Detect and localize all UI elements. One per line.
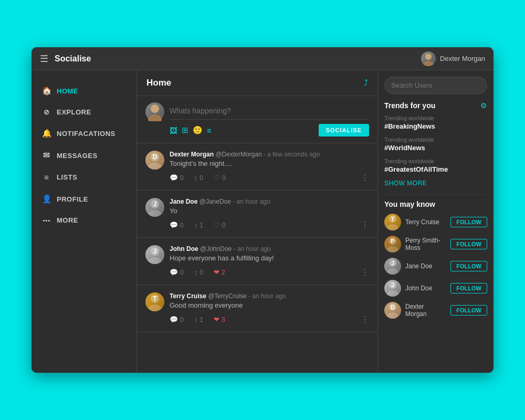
you-may-know-title: You may know — [384, 200, 435, 208]
like-action[interactable]: ❤ 3 — [214, 316, 225, 323]
post-item: J John Doe @JohnDoe - an hour ago Hope e… — [137, 238, 377, 285]
post-time: - a few seconds ago — [264, 151, 320, 158]
sidebar-label-more: MORE — [57, 216, 78, 224]
svg-point-20 — [387, 246, 398, 253]
like-action[interactable]: ♡ 0 — [214, 221, 226, 229]
trends-settings-icon[interactable]: ⚙ — [480, 101, 487, 110]
trend-tag: #WorldNews — [384, 144, 487, 152]
sidebar-item-explore[interactable]: ⊘ EXPLORE — [32, 103, 136, 121]
post-content: Terry Cruise @TerryCruise - an hour ago … — [170, 292, 369, 324]
search-users-input[interactable] — [384, 77, 487, 94]
know-name: Perry Smith-Moss — [405, 237, 446, 251]
follow-button[interactable]: FOLLOW — [450, 261, 487, 271]
sidebar-item-profile[interactable]: 👤 PROFILE — [32, 189, 136, 209]
comment-icon: 💬 — [170, 316, 178, 323]
follow-button[interactable]: FOLLOW — [450, 283, 487, 293]
post-more-button[interactable]: ⋮ — [361, 267, 369, 277]
compose-input[interactable] — [170, 102, 369, 120]
comment-action[interactable]: 💬 0 — [170, 221, 184, 229]
follow-button[interactable]: FOLLOW — [450, 239, 487, 249]
lists-icon: ≡ — [42, 173, 51, 182]
know-name: Dexter Morgan — [405, 303, 446, 318]
image-icon[interactable]: 🖼 — [170, 126, 177, 135]
like-count: 0 — [222, 174, 226, 182]
svg-point-26 — [387, 290, 398, 297]
post-text: Yo — [170, 207, 369, 215]
know-name: Terry Cruise — [405, 218, 446, 226]
emoji-icon[interactable]: 🙂 — [193, 125, 203, 135]
trends-header: Trends for you ⚙ — [384, 101, 487, 110]
post-name: Terry Cruise — [170, 292, 206, 300]
retweet-action[interactable]: ↕ 0 — [194, 174, 203, 182]
svg-text:T: T — [391, 216, 395, 222]
post-actions: 💬 0 ↕ 0 ♡ 0 ⋮ — [170, 173, 369, 183]
profile-icon: 👤 — [42, 194, 51, 204]
trend-item[interactable]: Trending worldwide #WorldNews — [384, 136, 487, 152]
sidebar-label-explore: EXPLORE — [57, 108, 91, 116]
like-action[interactable]: ♡ 0 — [214, 174, 226, 182]
compose-box: 🖼 ⊞ 🙂 ≡ SOCIALISE — [137, 96, 377, 143]
follow-button[interactable]: FOLLOW — [450, 217, 487, 227]
sidebar-item-lists[interactable]: ≡ LISTS — [32, 167, 136, 187]
like-count: 0 — [222, 222, 226, 229]
section-divider — [384, 194, 487, 195]
svg-point-2 — [151, 104, 159, 113]
svg-point-23 — [387, 268, 398, 275]
posts-container: D Dexter Morgan @DexterMorgan - a few se… — [137, 143, 377, 332]
comment-action[interactable]: 💬 0 — [170, 316, 184, 323]
post-avatar: D — [145, 151, 164, 170]
know-avatar: D — [384, 302, 401, 319]
main-layout: 🏠 HOME ⊘ EXPLORE 🔔 NOTIFACATIONS ✉ MESSA… — [32, 70, 494, 373]
more-icon: ••• — [42, 217, 51, 224]
sidebar-item-home[interactable]: 🏠 HOME — [32, 81, 136, 101]
post-handle: @JaneDoe — [200, 198, 231, 205]
comment-action[interactable]: 💬 0 — [170, 268, 184, 276]
show-more-button[interactable]: SHOW MORE — [384, 180, 487, 187]
sidebar-item-more[interactable]: ••• MORE — [32, 211, 136, 229]
retweet-icon: ↕ — [194, 316, 198, 323]
sidebar-item-messages[interactable]: ✉ MESSAGES — [32, 145, 136, 165]
post-meta: Terry Cruise @TerryCruise - an hour ago — [170, 292, 369, 300]
post-more-button[interactable]: ⋮ — [361, 314, 369, 324]
post-more-button[interactable]: ⋮ — [361, 173, 369, 183]
trend-item[interactable]: Trending worldwide #BreakingNews — [384, 115, 487, 130]
socialise-button[interactable]: SOCIALISE — [319, 124, 369, 136]
svg-text:J: J — [153, 248, 157, 255]
post-meta: Dexter Morgan @DexterMorgan - a few seco… — [170, 151, 369, 158]
sidebar-label-home: HOME — [57, 87, 78, 95]
retweet-action[interactable]: ↕ 1 — [194, 316, 203, 323]
like-icon: ❤ — [214, 268, 219, 276]
post-handle: @DexterMorgan — [215, 151, 261, 158]
svg-point-14 — [148, 304, 162, 311]
you-may-know-section: You may know T Terry Cruise FOLLOW P Per… — [384, 200, 487, 319]
trends-section: Trends for you ⚙ Trending worldwide #Bre… — [384, 101, 487, 187]
follow-button[interactable]: FOLLOW — [450, 305, 487, 316]
comment-icon: 💬 — [170, 268, 178, 276]
sidebar-item-notifications[interactable]: 🔔 NOTIFACATIONS — [32, 123, 136, 143]
like-icon: ♡ — [214, 174, 220, 182]
post-meta: John Doe @JohnDoe - an hour ago — [170, 245, 369, 253]
compose-avatar — [145, 102, 164, 121]
svg-text:J: J — [391, 260, 394, 266]
like-action[interactable]: ❤ 2 — [214, 268, 225, 276]
app-window: ☰ Socialise Dexter Morgan 🏠 HOME ⊘ EX — [32, 47, 494, 373]
like-icon: ♡ — [214, 221, 220, 229]
trend-tag: #BreakingNews — [384, 122, 487, 130]
post-time: - an hour ago — [234, 245, 271, 253]
comment-action[interactable]: 💬 0 — [170, 174, 184, 182]
post-actions: 💬 0 ↕ 1 ♡ 0 ⋮ — [170, 220, 369, 230]
gif-icon[interactable]: ⊞ — [182, 125, 188, 135]
menu-icon[interactable]: ☰ — [40, 53, 48, 65]
retweet-action[interactable]: ↕ 1 — [194, 221, 203, 229]
compose-actions: 🖼 ⊞ 🙂 ≡ SOCIALISE — [170, 124, 369, 136]
retweet-action[interactable]: ↕ 0 — [194, 268, 203, 276]
trend-item[interactable]: Trending worldwide #GreatestOfAllTime — [384, 158, 487, 173]
list-compose-icon[interactable]: ≡ — [207, 126, 212, 135]
like-icon: ❤ — [214, 316, 219, 323]
post-name: Jane Doe — [170, 198, 197, 205]
svg-text:J: J — [391, 282, 394, 288]
topbar-user[interactable]: Dexter Morgan — [421, 51, 485, 66]
post-content: Dexter Morgan @DexterMorgan - a few seco… — [170, 151, 369, 183]
post-more-button[interactable]: ⋮ — [361, 220, 369, 230]
post-actions: 💬 0 ↕ 1 ❤ 3 ⋮ — [170, 314, 369, 324]
